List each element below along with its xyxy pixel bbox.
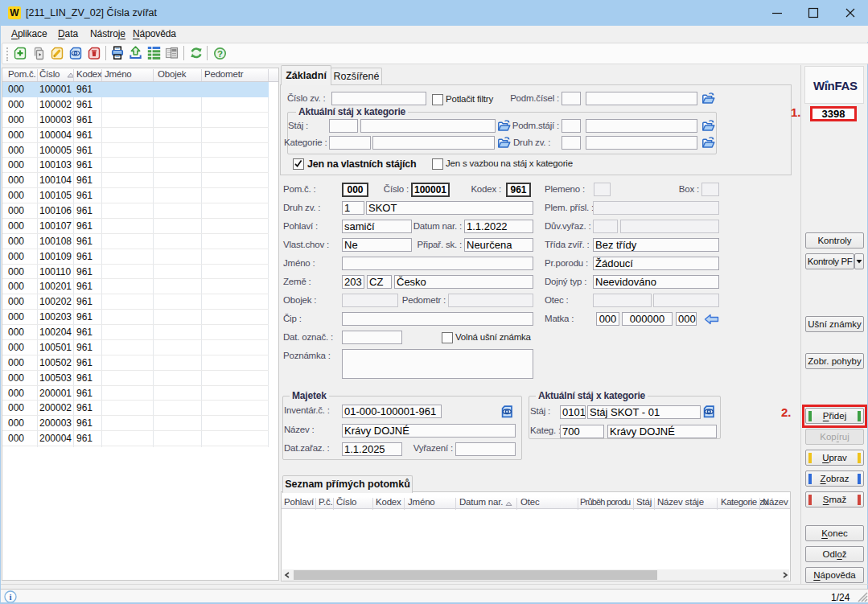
svg-text:?: ? bbox=[217, 49, 223, 59]
svg-text:i: i bbox=[9, 592, 11, 602]
